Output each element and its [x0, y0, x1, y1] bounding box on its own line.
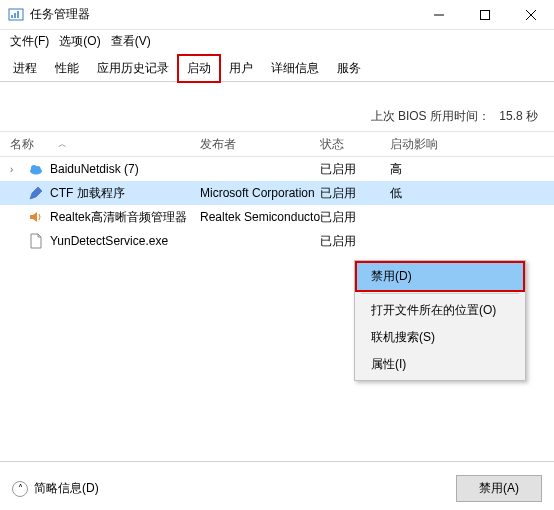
- ctx-disable[interactable]: 禁用(D): [357, 263, 523, 290]
- svg-point-10: [36, 166, 41, 171]
- svg-rect-2: [14, 13, 16, 18]
- expander-icon[interactable]: ›: [10, 164, 22, 175]
- table-row[interactable]: CTF 加载程序Microsoft Corporation已启用低: [0, 181, 554, 205]
- window-title: 任务管理器: [30, 6, 416, 23]
- menu-file[interactable]: 文件(F): [6, 31, 53, 52]
- ctx-separator: [361, 293, 519, 294]
- svg-rect-3: [17, 11, 19, 18]
- tab-3[interactable]: 启动: [178, 55, 220, 82]
- tab-0[interactable]: 进程: [4, 55, 46, 82]
- minimize-button[interactable]: [416, 0, 462, 30]
- fewer-details-label: 简略信息(D): [34, 480, 99, 497]
- file-icon: [28, 233, 44, 249]
- header-name[interactable]: 名称 ︿: [0, 136, 200, 153]
- cloud-icon: [28, 161, 44, 177]
- row-status: 已启用: [320, 161, 390, 178]
- row-name: BaiduNetdisk (7): [50, 162, 139, 176]
- svg-rect-5: [481, 10, 490, 19]
- header-publisher[interactable]: 发布者: [200, 136, 320, 153]
- row-status: 已启用: [320, 185, 390, 202]
- row-publisher: Realtek Semiconductor: [200, 210, 320, 224]
- table-row[interactable]: YunDetectService.exe已启用: [0, 229, 554, 253]
- bios-label: 上次 BIOS 所用时间：: [371, 109, 490, 123]
- startup-list: ›BaiduNetdisk (7)已启用高CTF 加载程序Microsoft C…: [0, 157, 554, 253]
- row-impact: 高: [390, 161, 554, 178]
- content-area: 上次 BIOS 所用时间： 15.8 秒 名称 ︿ 发布者 状态 启动影响 ›B…: [0, 82, 554, 462]
- row-impact: 低: [390, 185, 554, 202]
- tab-4[interactable]: 用户: [220, 55, 262, 82]
- ctx-open-location[interactable]: 打开文件所在的位置(O): [357, 297, 523, 324]
- tab-1[interactable]: 性能: [46, 55, 88, 82]
- tab-5[interactable]: 详细信息: [262, 55, 328, 82]
- table-row[interactable]: Realtek高清晰音频管理器Realtek Semiconductor已启用: [0, 205, 554, 229]
- footer: ˄ 简略信息(D) 禁用(A): [0, 475, 554, 502]
- table-row[interactable]: ›BaiduNetdisk (7)已启用高: [0, 157, 554, 181]
- pen-icon: [28, 185, 44, 201]
- speaker-icon: [28, 209, 44, 225]
- tab-strip: 进程性能应用历史记录启动用户详细信息服务: [0, 52, 554, 82]
- row-status: 已启用: [320, 209, 390, 226]
- tab-2[interactable]: 应用历史记录: [88, 55, 178, 82]
- header-status[interactable]: 状态: [320, 136, 390, 153]
- titlebar: 任务管理器: [0, 0, 554, 30]
- column-headers: 名称 ︿ 发布者 状态 启动影响: [0, 131, 554, 157]
- disable-button[interactable]: 禁用(A): [456, 475, 542, 502]
- row-name: CTF 加载程序: [50, 185, 125, 202]
- menubar: 文件(F) 选项(O) 查看(V): [0, 30, 554, 52]
- row-publisher: Microsoft Corporation: [200, 186, 320, 200]
- context-menu: 禁用(D) 打开文件所在的位置(O) 联机搜索(S) 属性(I): [354, 260, 526, 381]
- sort-indicator-icon: ︿: [58, 138, 67, 151]
- menu-view[interactable]: 查看(V): [107, 31, 155, 52]
- ctx-properties[interactable]: 属性(I): [357, 351, 523, 378]
- tab-6[interactable]: 服务: [328, 55, 370, 82]
- ctx-search-online[interactable]: 联机搜索(S): [357, 324, 523, 351]
- chevron-up-icon: ˄: [12, 481, 28, 497]
- app-icon: [8, 7, 24, 23]
- row-name: YunDetectService.exe: [50, 234, 168, 248]
- menu-options[interactable]: 选项(O): [55, 31, 104, 52]
- close-button[interactable]: [508, 0, 554, 30]
- maximize-button[interactable]: [462, 0, 508, 30]
- header-impact[interactable]: 启动影响: [390, 136, 554, 153]
- fewer-details-button[interactable]: ˄ 简略信息(D): [12, 480, 99, 497]
- window-controls: [416, 0, 554, 30]
- svg-rect-1: [11, 15, 13, 18]
- row-status: 已启用: [320, 233, 390, 250]
- row-name: Realtek高清晰音频管理器: [50, 209, 187, 226]
- bios-value: 15.8 秒: [499, 109, 538, 123]
- bios-time-line: 上次 BIOS 所用时间： 15.8 秒: [0, 82, 554, 131]
